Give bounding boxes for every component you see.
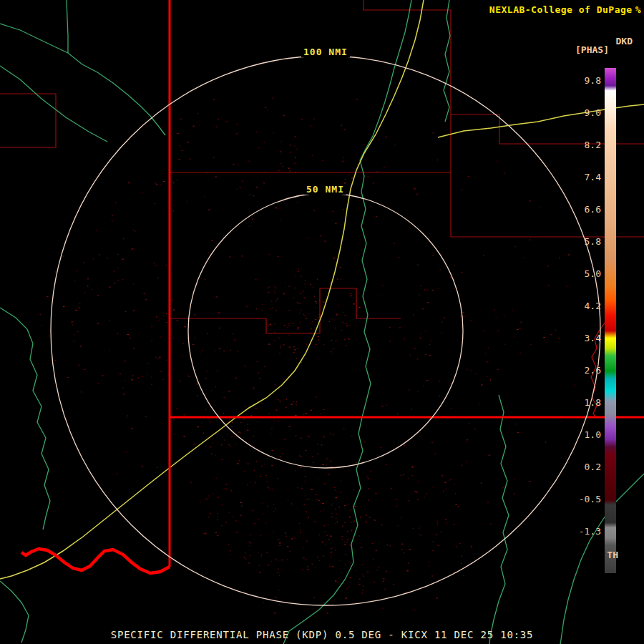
range-ring-label-50nmi: 50 NMI — [304, 185, 346, 195]
river-line — [360, 0, 411, 160]
river-line — [67, 0, 68, 53]
river-line-red — [591, 322, 605, 417]
river-line — [560, 474, 644, 644]
range-ring-50nmi — [188, 193, 463, 468]
rivers-layer — [0, 0, 644, 644]
highway-line — [438, 104, 644, 137]
state-borders-layer — [21, 0, 644, 573]
river-line — [0, 66, 107, 142]
county-line — [170, 0, 451, 172]
cod-logo-icon: % — [635, 4, 641, 15]
radar-map — [0, 0, 644, 644]
county-line — [170, 288, 401, 333]
highway-line — [0, 0, 424, 579]
state-border-river — [21, 549, 170, 573]
river-line — [0, 308, 50, 530]
county-line — [451, 172, 644, 237]
river-line — [444, 0, 450, 122]
red-river-layer — [591, 322, 605, 417]
river-line — [0, 581, 29, 643]
site-title: NEXLAB-College of DuPage — [489, 4, 633, 15]
range-ring-label-100nmi: 100 NMI — [301, 47, 350, 57]
county-line — [0, 94, 56, 147]
river-line — [489, 395, 509, 644]
river-line — [0, 24, 165, 135]
product-status-text: SPECIFIC DIFFERENTIAL PHASE (KDP) 0.5 DE… — [111, 629, 534, 640]
range-rings-layer — [51, 56, 600, 605]
radar-echoes-layer — [40, 97, 575, 613]
range-ring-100nmi — [51, 56, 600, 605]
radar-display: 100 NMI 50 NMI NEXLAB-College of DuPage%… — [0, 0, 644, 644]
header: NEXLAB-College of DuPage% — [489, 4, 641, 15]
